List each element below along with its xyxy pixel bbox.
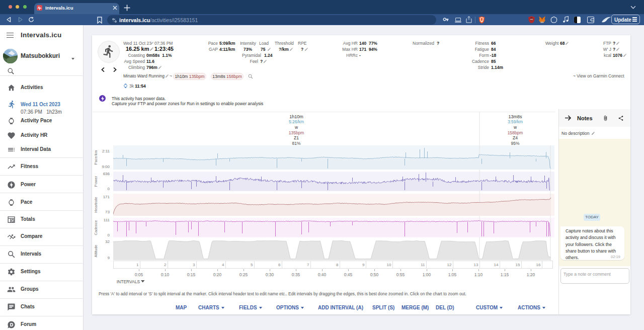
svg-text:0:40: 0:40 [318,272,327,277]
svg-text:1:10: 1:10 [474,272,483,277]
svg-text:2:11: 2:11 [102,149,110,153]
svg-text:Pace/km: Pace/km [94,150,98,164]
svg-text:0:25: 0:25 [239,272,248,277]
svg-text:0:35: 0:35 [292,272,300,277]
svg-text:0:50: 0:50 [370,272,379,277]
svg-text:111: 111 [104,218,110,222]
svg-text:0: 0 [108,233,110,237]
svg-text:3: 3 [193,263,195,267]
svg-text:Heartrate: Heartrate [94,197,98,212]
svg-text:5:26/km: 5:26/km [289,119,304,124]
svg-text:Power: Power [94,176,98,187]
svg-text:0:10: 0:10 [161,272,170,277]
svg-text:5: 5 [251,263,253,267]
svg-text:0:30: 0:30 [266,272,274,277]
svg-text:13: 13 [474,263,478,267]
svg-text:636: 636 [103,172,110,176]
svg-text:135bpm: 135bpm [289,130,304,135]
svg-text:0:05: 0:05 [135,272,143,277]
svg-text:1:05: 1:05 [448,272,457,277]
svg-text:171: 171 [103,195,110,199]
svg-text:1:15: 1:15 [501,272,509,277]
svg-text:3:59/km: 3:59/km [508,119,523,124]
svg-text:1: 1 [136,263,139,267]
svg-text:11: 11 [421,263,425,267]
svg-text:9:00: 9:00 [102,164,110,169]
svg-text:w: w [513,125,517,130]
svg-text:0:45: 0:45 [344,272,353,277]
svg-text:Cadence: Cadence [94,220,98,235]
svg-text:13m8s: 13m8s [508,114,522,119]
svg-text:0:15: 0:15 [187,272,196,277]
svg-text:73: 73 [105,210,110,214]
svg-text:Altitude: Altitude [94,244,98,257]
svg-text:15: 15 [516,263,520,267]
svg-text:8: 8 [336,263,339,267]
svg-text:7: 7 [307,263,309,267]
svg-text:9: 9 [362,263,365,267]
svg-text:16: 16 [536,263,541,267]
svg-text:0:20: 0:20 [213,272,222,277]
svg-text:Z1: Z1 [294,135,299,140]
svg-text:1h10m: 1h10m [289,114,303,119]
svg-text:6: 6 [278,263,281,267]
svg-text:9: 9 [108,256,110,260]
svg-text:12: 12 [447,263,452,267]
svg-text:Z4: Z4 [513,135,518,140]
svg-text:14: 14 [494,263,499,267]
svg-text:4: 4 [222,263,224,267]
svg-text:uo: uo [530,18,533,21]
svg-text:0: 0 [108,187,110,191]
svg-text:32: 32 [105,239,110,244]
svg-text:1:20: 1:20 [527,272,535,277]
svg-text:1:00: 1:00 [423,272,431,277]
svg-text:95%: 95% [511,141,519,146]
svg-text:2: 2 [164,263,167,267]
svg-text:INTERVALS: INTERVALS [117,279,140,284]
svg-text:158bpm: 158bpm [508,130,523,135]
svg-text:81%: 81% [292,141,300,146]
svg-text:0:55: 0:55 [396,272,405,277]
svg-text:w: w [294,125,298,130]
svg-text:10: 10 [387,263,391,267]
